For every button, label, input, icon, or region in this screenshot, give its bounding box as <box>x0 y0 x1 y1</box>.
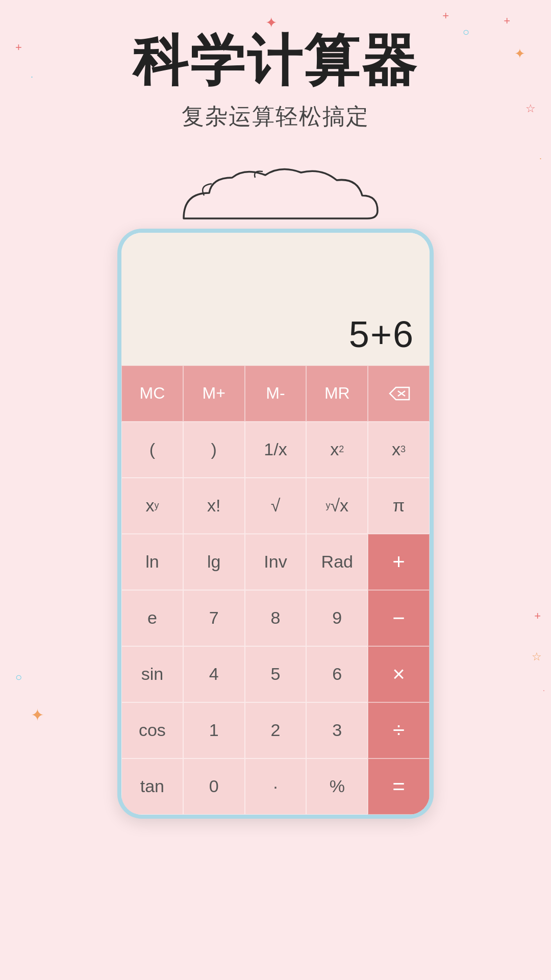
btn-6[interactable]: 6 <box>306 646 368 702</box>
cloud-decoration <box>0 147 551 229</box>
btn-sin[interactable]: sin <box>121 646 183 702</box>
btn-divide[interactable]: ÷ <box>368 702 430 758</box>
btn-lg[interactable]: lg <box>183 534 245 590</box>
page-title: 科学计算器 <box>0 31 551 91</box>
btn-mc[interactable]: MC <box>121 365 183 422</box>
btn-inverse[interactable]: 1/x <box>245 422 307 478</box>
btn-yth-root[interactable]: y√x <box>306 478 368 534</box>
btn-plus[interactable]: + <box>368 534 430 590</box>
calculator-device: 5+6 MC M+ M- MR ( ) 1/x x2 x3 <box>117 229 434 819</box>
btn-rad[interactable]: Rad <box>306 534 368 590</box>
btn-mr[interactable]: MR <box>306 365 368 422</box>
btn-close-paren[interactable]: ) <box>183 422 245 478</box>
btn-m-minus[interactable]: M- <box>245 365 307 422</box>
btn-cos[interactable]: cos <box>121 702 183 758</box>
btn-sqrt[interactable]: √ <box>245 478 307 534</box>
btn-0[interactable]: 0 <box>183 758 245 815</box>
btn-pi[interactable]: π <box>368 478 430 534</box>
btn-inv[interactable]: Inv <box>245 534 307 590</box>
btn-ln[interactable]: ln <box>121 534 183 590</box>
btn-7[interactable]: 7 <box>183 590 245 646</box>
btn-equals[interactable]: = <box>368 758 430 815</box>
display-area: 5+6 <box>121 233 430 365</box>
btn-factorial[interactable]: x! <box>183 478 245 534</box>
btn-power-y[interactable]: xy <box>121 478 183 534</box>
btn-m-plus[interactable]: M+ <box>183 365 245 422</box>
btn-5[interactable]: 5 <box>245 646 307 702</box>
btn-3[interactable]: 3 <box>306 702 368 758</box>
btn-4[interactable]: 4 <box>183 646 245 702</box>
btn-2[interactable]: 2 <box>245 702 307 758</box>
display-expression: 5+6 <box>349 313 414 355</box>
btn-open-paren[interactable]: ( <box>121 422 183 478</box>
btn-multiply[interactable]: × <box>368 646 430 702</box>
btn-backspace[interactable] <box>368 365 430 422</box>
page-subtitle: 复杂运算轻松搞定 <box>0 102 551 132</box>
button-grid: MC M+ M- MR ( ) 1/x x2 x3 xy x! √ y√x <box>121 365 430 815</box>
btn-tan[interactable]: tan <box>121 758 183 815</box>
btn-dot[interactable]: · <box>245 758 307 815</box>
btn-minus[interactable]: − <box>368 590 430 646</box>
btn-cube[interactable]: x3 <box>368 422 430 478</box>
btn-e[interactable]: e <box>121 590 183 646</box>
btn-1[interactable]: 1 <box>183 702 245 758</box>
btn-9[interactable]: 9 <box>306 590 368 646</box>
btn-8[interactable]: 8 <box>245 590 307 646</box>
btn-percent[interactable]: % <box>306 758 368 815</box>
btn-square[interactable]: x2 <box>306 422 368 478</box>
